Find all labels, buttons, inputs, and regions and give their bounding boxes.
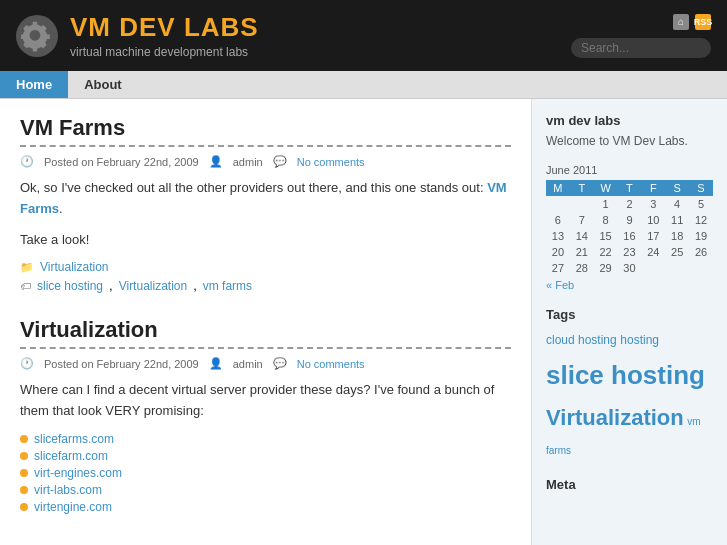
cal-row: 13141516171819 — [546, 228, 713, 244]
tag-cloud-item[interactable]: cloud hosting — [546, 333, 617, 347]
search-input[interactable] — [571, 38, 711, 58]
tag-cloud-item[interactable]: Virtualization — [546, 405, 684, 430]
list-item: slicefarm.com — [20, 449, 511, 463]
post-comments-link-2[interactable]: No comments — [297, 358, 365, 370]
sidebar-calendar: June 2011 M T W T F S S 12345 — [546, 164, 713, 291]
tag-slice-hosting[interactable]: slice hosting — [37, 279, 103, 293]
cal-header-t: T — [570, 180, 594, 196]
post-body-2: Where can I find a decent virtual server… — [20, 380, 511, 422]
header-icons: ⌂ RSS — [673, 14, 711, 30]
bullet-icon — [20, 503, 28, 511]
tag-icon: 🏷 — [20, 280, 31, 292]
post-category: 📁 Virtualization — [20, 260, 511, 274]
folder-icon: 📁 — [20, 261, 34, 274]
calendar-nav: « Feb — [546, 279, 713, 291]
sidebar-blog-title: vm dev labs — [546, 113, 713, 128]
home-icon[interactable]: ⌂ — [673, 14, 689, 30]
list-item: slicefarms.com — [20, 432, 511, 446]
sidebar-tags: Tags cloud hosting hosting slice hosting… — [546, 307, 713, 461]
comment-icon: 💬 — [273, 155, 287, 168]
post-title: VM Farms — [20, 115, 511, 141]
bullet-icon — [20, 486, 28, 494]
post-title-divider — [20, 145, 511, 147]
tags-title: Tags — [546, 307, 713, 322]
post-date-2: Posted on February 22nd, 2009 — [44, 358, 199, 370]
cal-header-w: W — [594, 180, 618, 196]
post-title-divider-2 — [20, 347, 511, 349]
link-slicefarms[interactable]: slicefarms.com — [34, 432, 114, 446]
search-bar — [571, 38, 711, 58]
rss-icon[interactable]: RSS — [695, 14, 711, 30]
cal-header-t2: T — [618, 180, 642, 196]
link-slicefarm[interactable]: slicefarm.com — [34, 449, 108, 463]
link-virt-labs[interactable]: virt-labs.com — [34, 483, 102, 497]
site-header: VM DEV LABS virtual machine development … — [0, 0, 727, 71]
sidebar-meta: Meta — [546, 477, 713, 492]
tag-cloud-item[interactable]: hosting — [620, 333, 659, 347]
tag-cloud-item[interactable]: slice hosting — [546, 360, 705, 390]
cal-header-s2: S — [689, 180, 713, 196]
calendar-icon-2: 🕐 — [20, 357, 34, 370]
nav-item-about[interactable]: About — [68, 71, 138, 98]
bullet-icon — [20, 435, 28, 443]
user-icon: 👤 — [209, 155, 223, 168]
header-left: VM DEV LABS virtual machine development … — [16, 12, 259, 59]
post-title-2: Virtualization — [20, 317, 511, 343]
cal-row: 12345 — [546, 196, 713, 212]
cal-row: 27282930 — [546, 260, 713, 276]
sidebar-blog-info: vm dev labs Welcome to VM Dev Labs. — [546, 113, 713, 148]
content-area: VM Farms 🕐 Posted on February 22nd, 2009… — [0, 99, 532, 545]
post-meta-2: 🕐 Posted on February 22nd, 2009 👤 admin … — [20, 357, 511, 370]
post-date: Posted on February 22nd, 2009 — [44, 156, 199, 168]
bullet-icon — [20, 452, 28, 460]
cal-header-f: F — [641, 180, 665, 196]
post-body: Ok, so I've checked out all the other pr… — [20, 178, 511, 220]
main-layout: VM Farms 🕐 Posted on February 22nd, 2009… — [0, 99, 727, 545]
cal-row: 20212223242526 — [546, 244, 713, 260]
title-group: VM DEV LABS virtual machine development … — [70, 12, 259, 59]
post-tags: 🏷 slice hosting, Virtualization, vm farm… — [20, 278, 511, 293]
post-links-list: slicefarms.com slicefarm.com virt-engine… — [20, 432, 511, 514]
site-title: VM DEV LABS — [70, 12, 259, 43]
meta-title: Meta — [546, 477, 713, 492]
category-link[interactable]: Virtualization — [40, 260, 108, 274]
sidebar-welcome: Welcome to VM Dev Labs. — [546, 134, 713, 148]
calendar-month: June 2011 — [546, 164, 713, 176]
link-virt-engines[interactable]: virt-engines.com — [34, 466, 122, 480]
tags-cloud: cloud hosting hosting slice hosting Virt… — [546, 328, 713, 461]
site-tagline: virtual machine development labs — [70, 45, 259, 59]
post-author: admin — [233, 156, 263, 168]
post-author-2: admin — [233, 358, 263, 370]
sidebar: vm dev labs Welcome to VM Dev Labs. June… — [532, 99, 727, 545]
nav-bar: Home About — [0, 71, 727, 99]
user-icon-2: 👤 — [209, 357, 223, 370]
vm-farms-link[interactable]: VM Farms — [20, 180, 507, 216]
post-vm-farms: VM Farms 🕐 Posted on February 22nd, 2009… — [20, 115, 511, 293]
comment-icon-2: 💬 — [273, 357, 287, 370]
post-take-look: Take a look! — [20, 230, 511, 251]
post-comments-link[interactable]: No comments — [297, 156, 365, 168]
cal-row: 6789101112 — [546, 212, 713, 228]
tag-virtualization[interactable]: Virtualization — [119, 279, 187, 293]
calendar-table: M T W T F S S 12345 6789101112 — [546, 180, 713, 276]
list-item: virt-engines.com — [20, 466, 511, 480]
calendar-icon: 🕐 — [20, 155, 34, 168]
gear-icon — [16, 15, 58, 57]
cal-header-s: S — [665, 180, 689, 196]
nav-item-home[interactable]: Home — [0, 71, 68, 98]
cal-header-m: M — [546, 180, 570, 196]
post-meta: 🕐 Posted on February 22nd, 2009 👤 admin … — [20, 155, 511, 168]
list-item: virt-labs.com — [20, 483, 511, 497]
tag-vm-farms[interactable]: vm farms — [203, 279, 252, 293]
link-virtengine[interactable]: virtengine.com — [34, 500, 112, 514]
post-virtualization: Virtualization 🕐 Posted on February 22nd… — [20, 317, 511, 514]
calendar-prev[interactable]: « Feb — [546, 279, 574, 291]
list-item: virtengine.com — [20, 500, 511, 514]
bullet-icon — [20, 469, 28, 477]
